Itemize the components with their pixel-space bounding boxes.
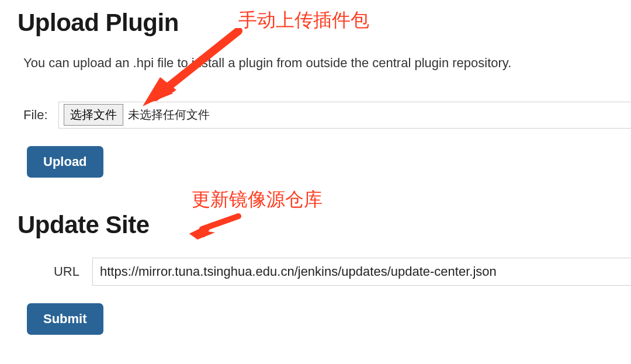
submit-button[interactable]: Submit [27, 303, 103, 335]
file-status-text: 未选择任何文件 [128, 107, 210, 123]
upload-plugin-description: You can upload an .hpi file to install a… [23, 54, 631, 72]
upload-plugin-heading: Upload Plugin [18, 0, 631, 37]
file-label: File: [23, 108, 48, 123]
update-site-heading: Update Site [18, 202, 631, 239]
choose-file-button[interactable]: 选择文件 [64, 104, 123, 126]
file-input-container[interactable]: 选择文件 未选择任何文件 [58, 102, 631, 129]
url-row: URL [23, 258, 631, 286]
url-input[interactable] [92, 258, 631, 286]
file-row: File: 选择文件 未选择任何文件 [23, 102, 631, 129]
url-label: URL [23, 264, 92, 279]
upload-button[interactable]: Upload [27, 146, 103, 178]
